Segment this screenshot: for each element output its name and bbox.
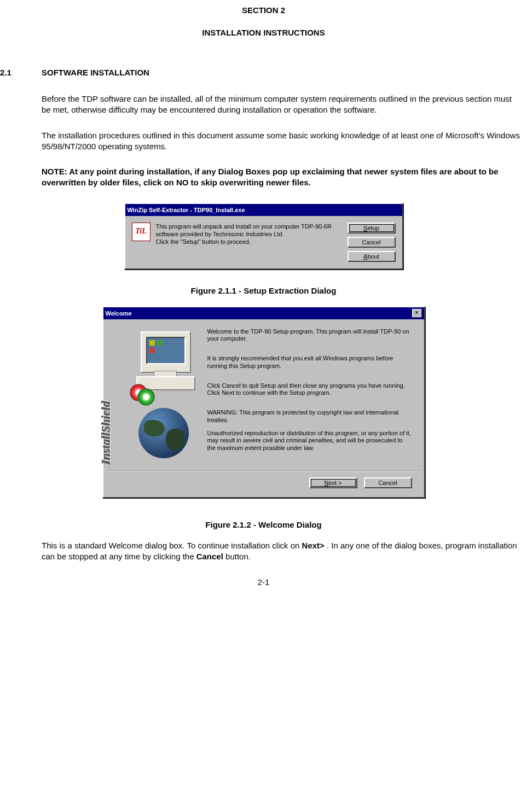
- paragraph-2: The installation procedures outlined in …: [42, 130, 527, 153]
- welcome-p4: WARNING: This program is protected by co…: [207, 409, 412, 424]
- winzip-button-stack: Setup Cancel About: [348, 223, 396, 262]
- winzip-body-text: This program will unpack and install on …: [156, 223, 348, 262]
- winzip-line2: Click the "Setup" button to proceed.: [156, 238, 251, 245]
- closing-prefix: This is a standard Welcome dialog box. T…: [42, 541, 302, 550]
- page-number: 2-1: [0, 577, 527, 587]
- about-button[interactable]: About: [348, 251, 396, 262]
- welcome-graphic: InstallShield: [115, 328, 198, 464]
- section-number: SECTION 2: [0, 5, 527, 15]
- heading-2-1: 2.1 SOFTWARE INSTALLATION: [0, 68, 527, 77]
- welcome-title-text: Welcome: [106, 310, 132, 317]
- welcome-button-row: Next > Cancel: [103, 472, 424, 497]
- setup-button[interactable]: Setup: [348, 223, 396, 233]
- closing-bold-next: Next>: [302, 541, 325, 550]
- closing-paragraph: This is a standard Welcome dialog box. T…: [42, 540, 527, 563]
- welcome-body-text: Welcome to the TDP-90 Setup program. Thi…: [207, 328, 412, 464]
- welcome-p2: It is strongly recommended that you exit…: [207, 355, 412, 370]
- installshield-label: InstallShield: [99, 401, 113, 464]
- note-paragraph: NOTE: At any point during installation, …: [42, 166, 527, 189]
- section-title: INSTALLATION INSTRUCTIONS: [0, 28, 527, 37]
- winzip-title-text: WinZip Self-Extractor - TDP90_Install.ex…: [128, 207, 245, 213]
- heading-text: SOFTWARE INSTALLATION: [42, 68, 527, 77]
- welcome-p5: Unauthorized reproduction or distributio…: [207, 430, 412, 452]
- welcome-p3: Click Cancel to quit Setup and then clos…: [207, 382, 412, 398]
- figure-caption-1: Figure 2.1.1 - Setup Extraction Dialog: [0, 286, 527, 295]
- paragraph-1: Before the TDP software can be installed…: [42, 94, 527, 116]
- cancel-button[interactable]: Cancel: [364, 477, 412, 488]
- welcome-p1: Welcome to the TDP-90 Setup program. Thi…: [207, 328, 412, 343]
- winzip-dialog: WinZip Self-Extractor - TDP90_Install.ex…: [124, 203, 403, 270]
- winzip-titlebar[interactable]: WinZip Self-Extractor - TDP90_Install.ex…: [125, 204, 402, 216]
- welcome-titlebar[interactable]: Welcome ×: [103, 307, 424, 319]
- figure-2-1-1: WinZip Self-Extractor - TDP90_Install.ex…: [0, 203, 527, 270]
- cancel-button[interactable]: Cancel: [348, 237, 396, 248]
- figure-2-1-2: Welcome × InstallShield: [0, 306, 527, 498]
- heading-number: 2.1: [0, 68, 42, 77]
- computer-art-icon: [133, 331, 194, 430]
- winzip-line1: This program will unpack and install on …: [156, 223, 332, 237]
- figure-caption-2: Figure 2.1.2 - Welcome Dialog: [0, 520, 527, 529]
- welcome-dialog: Welcome × InstallShield: [102, 306, 425, 498]
- document-page: SECTION 2 INSTALLATION INSTRUCTIONS 2.1 …: [0, 0, 527, 603]
- next-button[interactable]: Next >: [309, 477, 357, 488]
- closing-bold-cancel: Cancel: [196, 552, 223, 561]
- til-logo-icon: TiL: [132, 223, 150, 241]
- closing-suffix: button.: [223, 552, 251, 561]
- close-icon[interactable]: ×: [412, 309, 422, 318]
